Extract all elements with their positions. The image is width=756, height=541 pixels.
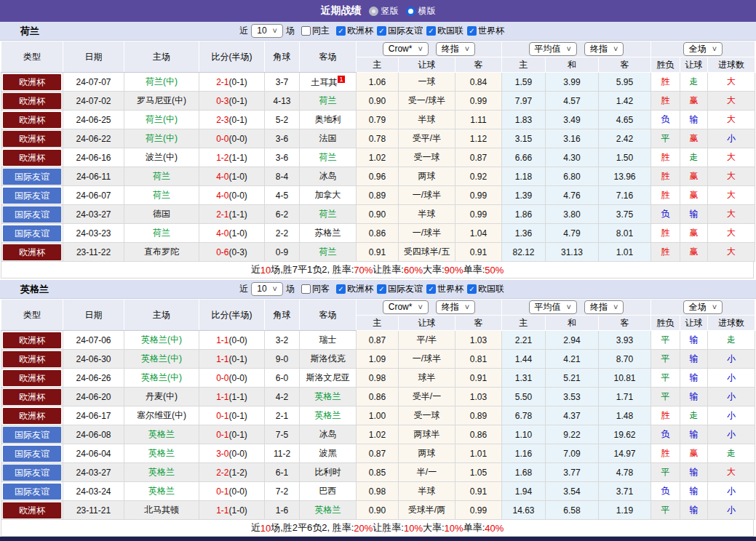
avg-home-odds: 1.68 <box>502 463 546 482</box>
home-odds: 0.87 <box>357 331 399 350</box>
checkbox-checked-icon: ✓ <box>377 26 386 36</box>
match-date: 24-07-07 <box>63 73 124 92</box>
final-odds-select2[interactable]: 终指˅ <box>584 300 624 314</box>
away-team: 瑞士 <box>300 331 357 350</box>
avg-home-odds: 2.21 <box>502 331 546 350</box>
col-away: 客场 <box>300 300 357 331</box>
halftime-score: (1-1) <box>229 392 247 402</box>
same-venue-checkbox[interactable]: 同客 <box>301 283 330 295</box>
average-value: 平均值 <box>535 302 561 313</box>
score-cell: 1-1(1-1) <box>199 388 265 406</box>
result-goals: 大 <box>708 148 755 167</box>
match-type-cell: 欧洲杯 <box>1 148 63 167</box>
avg-home-odds: 1.18 <box>502 167 546 186</box>
table-header: 类型 日期 主场 比分(半场) 角球 客场 Crow*˅ 终指˅ 平均值˅ 终指… <box>1 41 755 73</box>
match-type-cell: 欧洲杯 <box>1 350 63 369</box>
average-select[interactable]: 平均值˅ <box>529 300 577 314</box>
avg-away-odds: 10.81 <box>599 369 651 388</box>
summary-stat-value: 20% <box>354 523 373 534</box>
col-away: 客场 <box>300 41 357 73</box>
home-odds: 0.86 <box>357 388 399 406</box>
score-cell: 0-1(0-1) <box>199 406 265 425</box>
match-row: 欧洲杯24-06-25荷兰(中)2-3(0-1)5-2奥地利0.79半球1.11… <box>1 111 755 129</box>
match-date: 24-03-27 <box>63 463 124 482</box>
league-checkbox[interactable]: ✓国际友谊 <box>377 283 423 295</box>
avg-home-odds: 1.31 <box>502 369 546 388</box>
league-checkbox[interactable]: ✓世界杯 <box>426 283 463 295</box>
fulltime-score: 1-1 <box>216 335 228 345</box>
checkbox-checked-icon: ✓ <box>467 284 477 294</box>
bookmaker-select[interactable]: Crow*˅ <box>383 42 429 56</box>
away-odds: 0.86 <box>455 425 502 444</box>
match-row: 国际友谊24-06-11荷兰4-0(1-0)8-4冰岛0.96两球0.921.1… <box>1 167 755 186</box>
result-goals: 大 <box>708 167 755 186</box>
corner-stat: 7-5 <box>265 425 300 444</box>
league-checkbox[interactable]: ✓国际友谊 <box>377 25 423 37</box>
score-cell: 2-1(1-1) <box>199 205 265 224</box>
home-odds: 0.90 <box>357 205 399 224</box>
result-goals: 小 <box>708 350 755 369</box>
league-checkbox[interactable]: ✓世界杯 <box>467 25 504 37</box>
match-type-badge: 欧洲杯 <box>3 150 61 166</box>
final-odds-select[interactable]: 终指˅ <box>436 42 475 56</box>
handicap-line: 半球 <box>399 205 455 224</box>
home-odds: 0.85 <box>357 463 399 482</box>
home-team: 英格兰(中) <box>124 331 199 350</box>
scope-select[interactable]: 全场˅ <box>683 300 723 314</box>
scope-select[interactable]: 全场˅ <box>683 42 723 56</box>
away-odds: 1.03 <box>455 388 502 406</box>
league-checkbox[interactable]: ✓欧洲杯 <box>336 25 373 37</box>
avg-draw-odds: 4.79 <box>546 224 599 243</box>
away-team: 斯洛伐克 <box>300 350 357 369</box>
average-select[interactable]: 平均值˅ <box>529 42 577 56</box>
corner-stat: 3-6 <box>265 129 300 148</box>
handicap-line: 受一/球半 <box>399 92 455 111</box>
scope-value: 全场 <box>689 302 707 313</box>
checkbox-checked-icon: ✓ <box>336 284 346 294</box>
match-count-select[interactable]: 10 ˅ <box>251 282 283 296</box>
final-odds-select[interactable]: 终指˅ <box>436 300 475 314</box>
title-bar: 近期战绩 竖版 横版 <box>0 0 756 22</box>
match-date: 23-11-22 <box>63 243 124 262</box>
col-corner: 角球 <box>265 300 300 331</box>
match-date: 24-06-17 <box>63 406 124 425</box>
league-checkbox[interactable]: ✓欧国联 <box>467 283 504 295</box>
summary-text: 大率: <box>423 521 445 534</box>
avg-home-odds: 1.59 <box>502 73 546 92</box>
result-wdl: 胜 <box>651 73 680 92</box>
home-team: 荷兰(中) <box>124 129 199 148</box>
match-count-select[interactable]: 10 ˅ <box>251 24 283 38</box>
halftime-score: (0-1) <box>229 411 247 421</box>
handicap-line: 一球 <box>399 73 455 92</box>
layout-radio-horizontal[interactable]: 横版 <box>406 5 436 17</box>
handicap-line: 受一球 <box>399 148 455 167</box>
corner-stat: 4-5 <box>265 186 300 205</box>
avg-draw-odds: 31.13 <box>546 243 599 262</box>
result-goals: 大 <box>708 243 755 262</box>
match-row: 欧洲杯24-06-26英格兰(中)0-0(0-0)6-0斯洛文尼亚0.98球半0… <box>1 369 755 388</box>
col-home: 主场 <box>124 300 199 331</box>
result-wdl: 胜 <box>651 186 680 205</box>
fulltime-score: 0-0 <box>216 373 228 383</box>
layout-radio-vertical[interactable]: 竖版 <box>369 5 399 17</box>
league-checkbox[interactable]: ✓欧洲杯 <box>336 283 373 295</box>
away-team: 比利时 <box>300 463 357 482</box>
league-checkbox[interactable]: ✓欧国联 <box>426 25 463 37</box>
home-team: 英格兰 <box>124 463 199 482</box>
avg-draw-odds: 2.94 <box>546 331 599 350</box>
avg-draw-odds: 6.80 <box>546 167 599 186</box>
avg-away-odds: 1.71 <box>599 388 651 406</box>
score-cell: 0-3(0-1) <box>199 92 265 111</box>
bookmaker-select[interactable]: Crow*˅ <box>383 300 429 314</box>
final-odds-select2[interactable]: 终指˅ <box>584 42 624 56</box>
summary-stat-value: 40% <box>485 523 504 534</box>
same-venue-checkbox[interactable]: 同主 <box>301 25 330 37</box>
summary-stat-value: 10% <box>445 523 463 534</box>
result-handicap: 赢 <box>680 129 708 148</box>
handicap-line: 两球半 <box>399 425 455 444</box>
avg-home-odds: 1.10 <box>502 425 546 444</box>
col-odds-home: 主 <box>357 316 399 331</box>
bookmaker-value: Crow* <box>389 44 413 55</box>
col-date: 日期 <box>63 300 124 331</box>
avg-draw-odds: 3.99 <box>546 73 599 92</box>
